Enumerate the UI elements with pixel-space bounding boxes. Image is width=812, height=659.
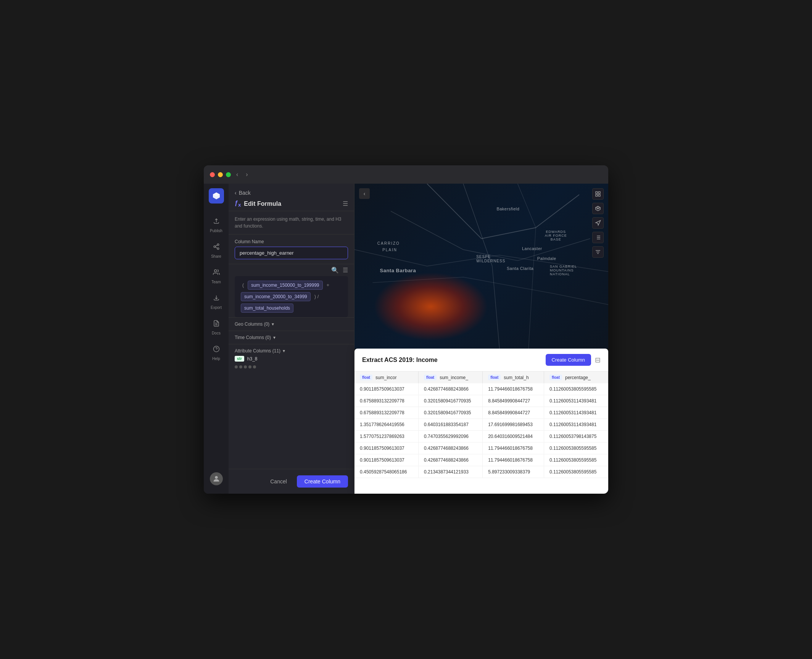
help-label: Help	[212, 357, 220, 361]
table-cell: 0.45059287548065186	[354, 466, 419, 478]
close-button[interactable]	[210, 172, 215, 177]
sidebar-item-share[interactable]: Share	[204, 237, 229, 262]
map-tool-draw[interactable]	[592, 217, 604, 229]
col-type-1: float	[424, 375, 437, 380]
publish-icon	[210, 215, 222, 227]
col-header-0: float sum_incor	[354, 371, 419, 383]
table-cell: 0.4268774688243866	[419, 454, 483, 466]
svg-rect-9	[598, 194, 600, 196]
cancel-button[interactable]: Cancel	[264, 475, 293, 488]
app-logo	[209, 188, 224, 204]
sidebar-item-docs[interactable]: Docs	[204, 313, 229, 339]
nav-back-button[interactable]: ‹	[234, 170, 240, 179]
create-column-table-button[interactable]: Create Column	[546, 354, 591, 366]
table-cell: 0.9011857509613037	[354, 443, 419, 454]
right-panel: Bakersfield CARRIZO PLAIN EDWARDSAIR FOR…	[354, 184, 608, 494]
svg-rect-7	[598, 192, 600, 194]
table-cell: 1.3517786264419556	[354, 419, 419, 431]
table-cell: 0.32015809416770935	[419, 395, 483, 407]
table-cell: 0.32015809416770935	[419, 407, 483, 419]
map-label-plain: PLAIN	[382, 248, 397, 252]
formula-doc-icon[interactable]: ☰	[343, 267, 348, 274]
column-name-input[interactable]	[235, 247, 348, 259]
table-row: 0.67588931322097780.320158094167709358.8…	[354, 395, 608, 407]
panel-actions: Cancel Create Column	[229, 469, 354, 494]
geo-columns-header[interactable]: Geo Columns (0) ▾	[235, 321, 348, 327]
map-tool-3d[interactable]	[592, 203, 604, 214]
column-name-section: Column Name	[229, 234, 354, 264]
attribute-columns-header[interactable]: Attribute Columns (11) ▾	[235, 348, 348, 354]
col-type-2: float	[488, 375, 501, 380]
table-cell: 11.794466018676758	[483, 443, 544, 454]
help-icon	[210, 343, 222, 355]
minimize-button[interactable]	[218, 172, 223, 177]
map-heat-visualization	[374, 272, 488, 341]
formula-editor[interactable]: ( sum_income_150000_to_199999 + sum_inco…	[235, 276, 348, 317]
export-label: Export	[211, 305, 222, 310]
back-button[interactable]: ‹ Back	[235, 190, 251, 200]
formula-token-2[interactable]: sum_total_households	[241, 304, 293, 313]
table-header-bar: Extract ACS 2019: Income Create Column ⊟	[354, 349, 608, 371]
nav-forward-button[interactable]: ›	[243, 170, 250, 179]
table-collapse-button[interactable]: ⊟	[595, 356, 601, 364]
table-cell: 0.9011857509613037	[354, 454, 419, 466]
attribute-columns-section: Attribute Columns (11) ▾ str h3_8	[229, 344, 354, 374]
maximize-button[interactable]	[226, 172, 231, 177]
create-column-button[interactable]: Create Column	[297, 475, 348, 488]
data-table[interactable]: float sum_incor float sum_income_	[354, 371, 608, 494]
table-row: 0.90118575096130370.426877468824386611.7…	[354, 383, 608, 395]
table-cell: 0.6403161883354187	[419, 419, 483, 431]
table-cell: 0.11260053114393481	[544, 407, 608, 419]
publish-label: Publish	[210, 229, 222, 233]
table-cell: 5.897233009338379	[483, 466, 544, 478]
sidebar-item-publish[interactable]: Publish	[204, 211, 229, 237]
map-tool-layers[interactable]	[592, 188, 604, 200]
docs-label: Docs	[212, 331, 221, 335]
formula-token-0[interactable]: sum_income_150000_to_199999	[248, 281, 322, 290]
col-header-1: float sum_income_	[419, 371, 483, 383]
map-label-lancaster: Lancaster	[522, 246, 542, 251]
formula-plus-op: +	[325, 281, 331, 290]
table-cell: 0.11260053805595585	[544, 383, 608, 395]
user-avatar[interactable]	[210, 472, 223, 485]
sidebar-item-export[interactable]: Export	[204, 288, 229, 313]
table-row: 1.57707512378692630.747035562999209620.6…	[354, 431, 608, 443]
map-area: Bakersfield CARRIZO PLAIN EDWARDSAIR FOR…	[354, 184, 608, 349]
left-panel: ‹ Back ƒx Edit Formula ☰ Enter an expres…	[229, 184, 354, 494]
sidebar-item-team[interactable]: Team	[204, 262, 229, 288]
svg-rect-8	[596, 194, 598, 196]
map-label-edwards: EDWARDSAIR FORCEBASE	[545, 230, 567, 241]
map-label-bakersfield: Bakersfield	[496, 207, 519, 211]
chevron-down-icon-3: ▾	[283, 348, 285, 354]
table-cell: 17.691699981689453	[483, 419, 544, 431]
column-name-label: Column Name	[235, 239, 348, 244]
map-tool-filter[interactable]	[592, 246, 604, 258]
docs-icon	[210, 317, 222, 330]
panel-title: ƒx Edit Formula	[235, 200, 281, 208]
panel-doc-icon[interactable]: ☰	[343, 200, 348, 207]
table-row: 1.35177862644195560.640316188335418717.6…	[354, 419, 608, 431]
table-cell: 0.11260053114393481	[544, 419, 608, 431]
table-cell: 0.6758893132209778	[354, 407, 419, 419]
map-label-carrizo: CARRIZO	[377, 241, 400, 246]
map-right-tools	[592, 188, 604, 258]
sidebar-item-help[interactable]: Help	[204, 339, 229, 365]
chevron-down-icon-2: ▾	[273, 335, 276, 340]
svg-marker-10	[596, 220, 601, 225]
formula-toolbar: 🔍 ☰	[229, 264, 354, 276]
map-collapse-button[interactable]: ‹	[359, 188, 370, 199]
panel-header: ‹ Back ƒx Edit Formula ☰	[229, 184, 354, 211]
formula-token-1[interactable]: sum_income_20000_to_34999	[241, 292, 311, 301]
table-cell: 0.4268774688243866	[419, 383, 483, 395]
map-tool-list[interactable]	[592, 232, 604, 243]
table-cell: 0.11260053805595585	[544, 466, 608, 478]
table-cell: 0.11260053114393481	[544, 395, 608, 407]
sidebar: Publish Share Team	[204, 184, 229, 494]
time-columns-header[interactable]: Time Columns (0) ▾	[235, 335, 348, 340]
table-cell: 11.794466018676758	[483, 383, 544, 395]
svg-point-1	[214, 246, 216, 248]
table-cell: 1.5770751237869263	[354, 431, 419, 443]
search-icon[interactable]: 🔍	[331, 267, 339, 274]
svg-rect-6	[596, 192, 598, 194]
share-icon	[210, 241, 222, 253]
